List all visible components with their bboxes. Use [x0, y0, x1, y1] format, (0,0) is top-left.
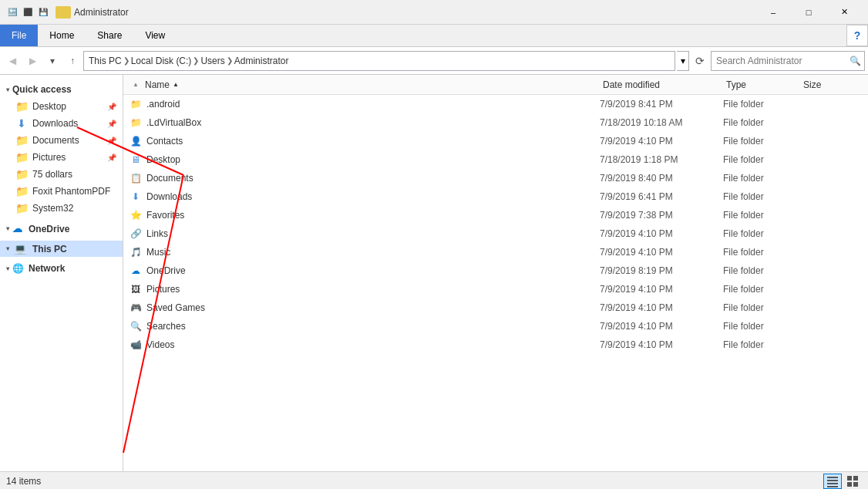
- details-view-button[interactable]: [823, 474, 842, 489]
- quick-access-arrow: ▾: [6, 86, 9, 93]
- table-row[interactable]: 📁 .LdVirtualBox 7/18/2019 10:18 AM File …: [123, 113, 868, 132]
- table-row[interactable]: 🎮 Saved Games 7/9/2019 4:10 PM File fold…: [123, 298, 868, 317]
- col-header-date[interactable]: Date modified: [600, 79, 723, 90]
- table-row[interactable]: 📹 Videos 7/9/2019 4:10 PM File folder: [123, 336, 868, 354]
- address-bar-container: ◀ ▶ ▾ ↑ This PC ❯ Local Disk (C:) ❯ User…: [0, 47, 868, 75]
- file-type-links: File folder: [723, 228, 800, 239]
- sidebar-item-system32[interactable]: 📁 System32: [0, 200, 123, 217]
- search-box[interactable]: 🔍: [711, 51, 865, 71]
- large-icons-view-button[interactable]: [843, 474, 862, 489]
- svg-rect-7: [853, 476, 858, 481]
- file-type-onedrive: File folder: [723, 265, 800, 276]
- onedrive-arrow: ▾: [6, 225, 9, 232]
- sidebar-header-network[interactable]: ▾ 🌐 Network: [0, 260, 123, 277]
- recent-locations-button[interactable]: ▾: [43, 51, 62, 71]
- desktop-icon: 🖥: [130, 153, 142, 166]
- file-type-desktop: File folder: [723, 154, 800, 165]
- up-button[interactable]: ↑: [63, 51, 82, 71]
- details-view-icon: [826, 475, 839, 487]
- file-type-music: File folder: [723, 247, 800, 258]
- search-submit-icon[interactable]: 🔍: [846, 52, 864, 70]
- help-button[interactable]: ?: [846, 25, 868, 46]
- refresh-button[interactable]: ⟳: [691, 51, 709, 71]
- file-type-android: File folder: [723, 99, 800, 110]
- pin-icon-docs: 📌: [107, 137, 116, 145]
- table-row[interactable]: 👤 Contacts 7/9/2019 4:10 PM File folder: [123, 132, 868, 150]
- sidebar-item-documents[interactable]: 📁 Documents 📌: [0, 132, 123, 149]
- table-row[interactable]: 🔍 Searches 7/9/2019 4:10 PM File folder: [123, 317, 868, 336]
- tab-share[interactable]: Share: [86, 25, 133, 46]
- file-date-savedgames: 7/9/2019 4:10 PM: [600, 302, 723, 313]
- col-header-name[interactable]: Name ▲: [142, 79, 600, 90]
- forward-button[interactable]: ▶: [23, 51, 42, 71]
- file-date-desktop: 7/18/2019 1:18 PM: [600, 154, 723, 165]
- table-row[interactable]: 🖥 Desktop 7/18/2019 1:18 PM File folder: [123, 150, 868, 169]
- table-row[interactable]: 🔗 Links 7/9/2019 4:10 PM File folder: [123, 224, 868, 243]
- videos-icon: 📹: [130, 339, 142, 351]
- save-icon: 💾: [37, 6, 49, 19]
- col-header-size[interactable]: Size: [800, 79, 862, 90]
- sidebar-section-thispc: ▾ 💻 This PC: [0, 241, 123, 257]
- favorites-icon: ⭐: [130, 209, 142, 221]
- 75dollars-icon: 📁: [15, 168, 28, 180]
- large-icons-view-icon: [846, 475, 859, 487]
- file-name-searches: 🔍 Searches: [130, 320, 600, 332]
- file-type-searches: File folder: [723, 321, 800, 332]
- sidebar-item-75dollars[interactable]: 📁 75 dollars: [0, 166, 123, 183]
- onedrive-icon: ☁: [12, 223, 22, 234]
- file-date-contacts: 7/9/2019 4:10 PM: [600, 136, 723, 147]
- search-input[interactable]: [712, 56, 846, 66]
- file-date-onedrive: 7/9/2019 8:19 PM: [600, 265, 723, 276]
- svg-rect-4: [827, 483, 838, 484]
- window-controls[interactable]: – □ ✕: [755, 0, 862, 25]
- back-button[interactable]: ◀: [3, 51, 22, 71]
- close-button[interactable]: ✕: [826, 0, 862, 25]
- sidebar-item-desktop[interactable]: 📁 Desktop 📌: [0, 98, 123, 115]
- breadcrumb-users[interactable]: Users: [200, 56, 224, 66]
- maximize-button[interactable]: □: [791, 0, 826, 25]
- file-name-videos: 📹 Videos: [130, 339, 600, 351]
- breadcrumb-localdisk[interactable]: Local Disk (C:): [131, 56, 192, 66]
- sidebar-pictures-label: Pictures: [32, 152, 66, 163]
- tab-view[interactable]: View: [133, 25, 177, 46]
- view-mode-buttons: [823, 474, 862, 489]
- tab-home[interactable]: Home: [38, 25, 86, 46]
- sidebar-item-downloads[interactable]: ⬇ Downloads 📌: [0, 115, 123, 132]
- col-header-type[interactable]: Type: [723, 79, 800, 90]
- table-row[interactable]: 🖼 Pictures 7/9/2019 4:10 PM File folder: [123, 280, 868, 298]
- sort-arrow: ▲: [173, 81, 179, 88]
- table-row[interactable]: ⭐ Favorites 7/9/2019 7:38 PM File folder: [123, 206, 868, 224]
- sidebar-item-foxit[interactable]: 📁 Foxit PhantomPDF: [0, 183, 123, 200]
- contacts-icon: 👤: [130, 135, 142, 147]
- sidebar-header-onedrive[interactable]: ▾ ☁ OneDrive: [0, 220, 123, 238]
- sidebar-section-quick-access: ▾ Quick access 📁 Desktop 📌 ⬇ Downloads 📌…: [0, 81, 123, 217]
- documents-icon: 📁: [15, 134, 28, 147]
- downloads-file-icon: ⬇: [130, 191, 142, 203]
- address-bar[interactable]: This PC ❯ Local Disk (C:) ❯ Users ❯ Admi…: [83, 51, 675, 71]
- table-row[interactable]: 📁 .android 7/9/2019 8:41 PM File folder: [123, 95, 868, 113]
- tab-file[interactable]: File: [0, 25, 38, 46]
- file-name-savedgames: 🎮 Saved Games: [130, 302, 600, 314]
- breadcrumb-thispc[interactable]: This PC: [89, 56, 122, 66]
- sidebar-network-label: Network: [29, 263, 65, 274]
- minimize-button[interactable]: –: [755, 0, 791, 25]
- file-date-pictures: 7/9/2019 4:10 PM: [600, 284, 723, 295]
- downloads-icon: ⬇: [15, 117, 28, 130]
- file-name-android: 📁 .android: [130, 98, 600, 110]
- sidebar-header-thispc[interactable]: ▾ 💻 This PC: [0, 241, 123, 257]
- address-dropdown-button[interactable]: ▾: [677, 51, 689, 71]
- file-type-savedgames: File folder: [723, 302, 800, 313]
- file-type-ldvirtualbox: File folder: [723, 117, 800, 128]
- file-name-contacts: 👤 Contacts: [130, 135, 600, 147]
- sidebar-header-quick-access[interactable]: ▾ Quick access: [0, 81, 123, 98]
- table-row[interactable]: ⬇ Downloads 7/9/2019 6:41 PM File folder: [123, 187, 868, 206]
- table-row[interactable]: 🎵 Music 7/9/2019 4:10 PM File folder: [123, 243, 868, 261]
- breadcrumb-administrator[interactable]: Administrator: [234, 56, 289, 66]
- breadcrumb: This PC ❯ Local Disk (C:) ❯ Users ❯ Admi…: [89, 56, 288, 66]
- sidebar-item-pictures[interactable]: 📁 Pictures 📌: [0, 149, 123, 166]
- table-row[interactable]: ☁ OneDrive 7/9/2019 8:19 PM File folder: [123, 261, 868, 280]
- sidebar-documents-label: Documents: [32, 135, 79, 146]
- table-row[interactable]: 📋 Documents 7/9/2019 8:40 PM File folder: [123, 169, 868, 187]
- file-name-downloads: ⬇ Downloads: [130, 191, 600, 203]
- file-type-contacts: File folder: [723, 136, 800, 147]
